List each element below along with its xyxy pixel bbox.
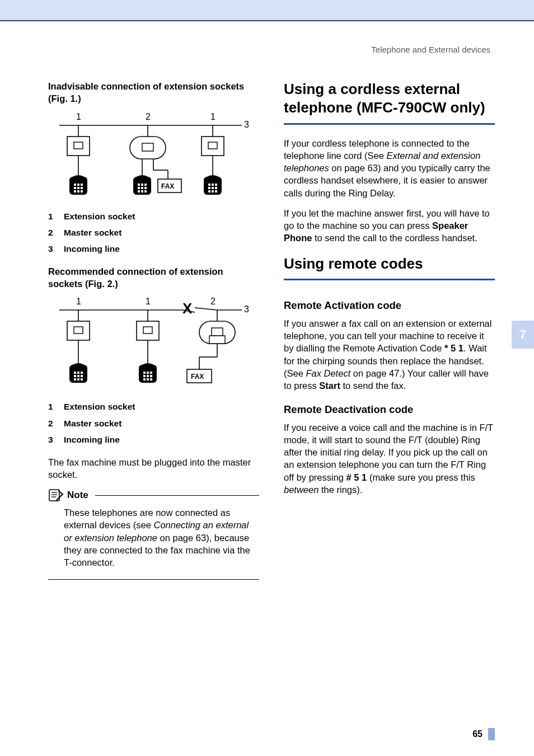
activation-text: If you answer a fax call on an extension… [284, 317, 495, 392]
note-icon [48, 489, 64, 502]
svg-rect-17 [74, 184, 76, 186]
svg-rect-57 [143, 327, 152, 334]
svg-rect-73 [74, 378, 76, 381]
svg-rect-72 [81, 375, 83, 377]
text-italic: between [284, 485, 318, 495]
legend-num: 2 [48, 224, 56, 241]
svg-rect-24 [77, 190, 79, 192]
svg-rect-77 [143, 372, 146, 374]
page-number: 65 [472, 729, 483, 739]
fig2-label-4: 3 [244, 304, 249, 314]
svg-rect-45 [212, 190, 214, 192]
svg-rect-19 [81, 184, 83, 186]
phone-icon [69, 363, 87, 383]
legend-num: 2 [48, 415, 56, 431]
cordless-p2: If you let the machine answer first, you… [284, 207, 495, 245]
fig2-label-3: 2 [210, 297, 216, 306]
svg-rect-29 [144, 184, 147, 186]
heading-remote: Using remote codes [284, 255, 495, 273]
svg-rect-79 [150, 372, 152, 374]
svg-rect-42 [212, 187, 214, 189]
svg-rect-69 [81, 372, 83, 374]
text-part: (make sure you press this [367, 472, 475, 482]
fig1-label-2: 2 [146, 112, 151, 121]
legend-num: 3 [48, 241, 56, 257]
text-code: # 5 1 [346, 472, 367, 482]
note-body: These telephones are now connected as ex… [48, 506, 259, 575]
svg-rect-38 [208, 184, 210, 186]
phone-icon [139, 363, 157, 383]
legend-label: Incoming line [64, 431, 120, 448]
text-link: Fax Detect [306, 368, 350, 378]
svg-rect-31 [141, 187, 143, 189]
fig2-label-1: 1 [76, 297, 81, 306]
svg-rect-84 [147, 378, 149, 381]
svg-rect-27 [138, 184, 140, 186]
fig1-title: Inadvisable connection of extension sock… [48, 80, 259, 105]
svg-rect-67 [74, 372, 76, 374]
svg-rect-14 [208, 142, 217, 149]
svg-rect-25 [81, 190, 83, 192]
svg-rect-8 [142, 143, 153, 151]
svg-rect-44 [208, 190, 210, 192]
note-title: Note [67, 490, 88, 501]
must-plug-text: The fax machine must be plugged into the… [48, 456, 259, 481]
legend-num: 3 [48, 431, 56, 448]
page-content: Telephone and External devices Inadvisab… [0, 21, 534, 580]
svg-rect-43 [215, 187, 217, 189]
svg-rect-82 [150, 375, 152, 377]
note-block: Note These telephones are now connected … [48, 489, 259, 579]
deactivation-text: If you receive a voice call and the mach… [284, 421, 495, 496]
heading-cordless: Using a cordless external telephone (MFC… [284, 80, 495, 118]
svg-rect-20 [74, 187, 76, 189]
phone-icon [204, 175, 222, 195]
left-column: Inadvisable connection of extension sock… [48, 80, 259, 580]
svg-rect-70 [74, 375, 76, 377]
fax-label: FAX [161, 182, 174, 190]
svg-rect-68 [77, 372, 79, 374]
subhead-deactivation: Remote Deactivation code [284, 403, 495, 416]
svg-rect-33 [138, 190, 140, 192]
svg-rect-80 [143, 375, 146, 377]
text-part: the rings). [318, 485, 362, 495]
text-part: to send the fax. [340, 381, 406, 391]
svg-rect-81 [147, 375, 149, 377]
svg-rect-22 [81, 187, 83, 189]
svg-rect-30 [138, 187, 140, 189]
legend-label: Incoming line [64, 241, 120, 257]
text-code: * 5 1 [444, 343, 463, 353]
svg-rect-54 [74, 327, 83, 334]
svg-rect-71 [77, 375, 79, 377]
svg-rect-18 [77, 184, 79, 186]
legend-label: Extension socket [64, 398, 135, 415]
legend-label: Extension socket [64, 208, 135, 224]
fig1-label-3: 1 [210, 112, 216, 121]
text-part: to send the call to the cordless handset… [312, 233, 477, 243]
fig1-legend: 1Extension socket 2Master socket 3Incomi… [48, 208, 259, 257]
svg-rect-34 [141, 190, 143, 192]
phone-icon [69, 175, 87, 195]
svg-rect-74 [77, 378, 79, 381]
svg-rect-23 [74, 190, 76, 192]
fig1-label-4: 3 [244, 120, 249, 129]
chapter-tab: 7 [512, 321, 534, 349]
x-mark: X [182, 300, 193, 317]
svg-line-49 [195, 308, 217, 310]
fax-label: FAX [191, 373, 204, 381]
text-bold: Start [319, 381, 340, 391]
fig2-legend: 1Extension socket 2Master socket 3Incomi… [48, 398, 259, 448]
svg-rect-41 [208, 187, 210, 189]
svg-rect-40 [215, 184, 217, 186]
phone-icon [133, 175, 151, 195]
svg-rect-78 [147, 372, 149, 374]
cordless-p1: If your cordless telephone is connected … [284, 137, 495, 199]
legend-num: 1 [48, 208, 56, 224]
top-bar [0, 0, 534, 21]
svg-rect-28 [141, 184, 143, 186]
svg-rect-35 [144, 190, 147, 192]
figure-2: X 1 1 2 3 [48, 295, 259, 391]
svg-rect-75 [81, 378, 83, 381]
legend-label: Master socket [64, 415, 121, 431]
subhead-activation: Remote Activation code [284, 299, 495, 312]
figure-1: 1 2 1 3 [48, 111, 259, 200]
